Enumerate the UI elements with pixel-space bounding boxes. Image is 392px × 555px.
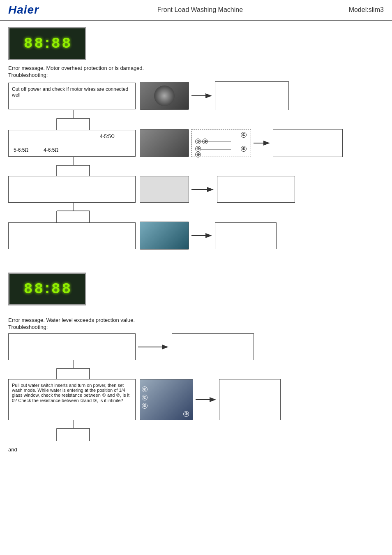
s2-arrow-svg-1 — [137, 341, 170, 353]
error-desc-1: Error message. Motor overheat protection… — [0, 63, 392, 72]
s2-pin-1: ① — [142, 395, 148, 400]
digit2-3: 8 — [51, 281, 60, 298]
empty-box-row4 — [8, 222, 136, 249]
arrow-right-svg-1 — [191, 90, 213, 102]
s2-result-box-1 — [172, 333, 254, 360]
digit2-1: 8 — [24, 281, 33, 298]
header: Haier Front Load Washing Machine Model:s… — [0, 0, 392, 21]
spacer-2 — [0, 309, 392, 315]
troubleshoot-label-1: Troubleshooting: — [0, 72, 392, 81]
blue-image — [140, 222, 189, 250]
arrow-3 — [189, 183, 217, 196]
error-desc-2: Error message. Water level exceeds prote… — [0, 315, 392, 324]
result-box-2 — [273, 129, 343, 157]
section1: 8 8 : 8 8 Error message. Motor overheat … — [0, 27, 392, 250]
gear-image — [140, 129, 189, 157]
s2-box-text: Pull out water switch inserts and turn o… — [12, 383, 129, 403]
s2-pin-3: ③ — [142, 403, 148, 409]
arrow-2 — [251, 137, 273, 149]
s2-text-box: Pull out water switch inserts and turn o… — [8, 379, 136, 420]
s2-arrow-1 — [136, 341, 172, 353]
digit2-2: 8 — [34, 281, 43, 298]
digit-2: 8 — [34, 35, 43, 52]
resist-label-2: 5-6:5Ω — [14, 147, 28, 153]
display-panel-1: 8 8 : 8 8 — [8, 27, 86, 60]
digit-3: 8 — [51, 35, 60, 52]
s2-box-row1 — [8, 333, 136, 360]
result-box-1 — [215, 81, 289, 110]
digit-4: 8 — [62, 35, 71, 52]
pin-diagram: ① ② ③ ④ ⑤ ⑥ — [191, 129, 251, 157]
resistance-box: 4-5:5Ω 5-6:5Ω 4-6:5Ω — [8, 130, 136, 157]
arrow-1 — [189, 90, 215, 102]
empty-box-row3 — [8, 176, 136, 203]
s2-result-box-2 — [219, 379, 281, 420]
diagram-1: Cut off power and check if motor wires a… — [8, 81, 384, 250]
s2-fork-svg-2 — [40, 420, 106, 441]
digit-colon-1: : — [45, 34, 50, 51]
page-wrapper: Haier Front Load Washing Machine Model:s… — [0, 0, 392, 462]
digit-1: 8 — [24, 35, 33, 52]
pin-lines-svg — [192, 130, 251, 157]
s2-pin-4: ④ — [183, 411, 189, 417]
s2-pin-2: ② — [142, 386, 148, 392]
fork-svg-3 — [40, 203, 106, 223]
fork-svg-1 — [40, 110, 106, 131]
display-panel-2: 8 8 : 8 8 — [8, 273, 86, 305]
resist-label-3: 4-6:5Ω — [44, 147, 58, 153]
troubleshoot-label-2: Troubleshooting: — [0, 324, 392, 333]
page-title: Front Load Washing Machine — [51, 6, 349, 14]
section2: 8 8 : 8 8 Error message. Water level exc… — [0, 273, 392, 454]
digit2-4: 8 — [62, 281, 71, 298]
arrow-right-svg-3 — [191, 183, 215, 196]
fork-svg-2 — [40, 157, 106, 178]
s2-arrow-svg-2 — [195, 393, 217, 406]
s2-arrow-2 — [193, 393, 219, 406]
and-text: and — [0, 445, 392, 454]
diagram-2: Pull out water switch inserts and turn o… — [8, 333, 384, 441]
resist-label-1: 4-5:5Ω — [100, 134, 115, 139]
placeholder-img-row3 — [140, 176, 189, 203]
arrow-right-svg-2 — [253, 137, 271, 149]
step1-text: Cut off power and check if motor wires a… — [12, 86, 128, 98]
motor-image — [140, 82, 189, 110]
s2-sensor-img-wrap: ② ① ③ ④ — [140, 379, 193, 420]
arrow-right-svg-4 — [191, 229, 213, 242]
arrow-4 — [189, 229, 215, 242]
s2-fork-svg-1 — [40, 360, 106, 381]
step1-box: Cut off power and check if motor wires a… — [8, 83, 136, 109]
result-box-4 — [215, 222, 277, 249]
model-label: Model:slim3 — [349, 6, 384, 14]
brand-logo: Haier — [8, 3, 39, 16]
digit2-colon: : — [45, 280, 50, 297]
result-box-3 — [217, 176, 295, 203]
section-separator — [0, 256, 392, 268]
